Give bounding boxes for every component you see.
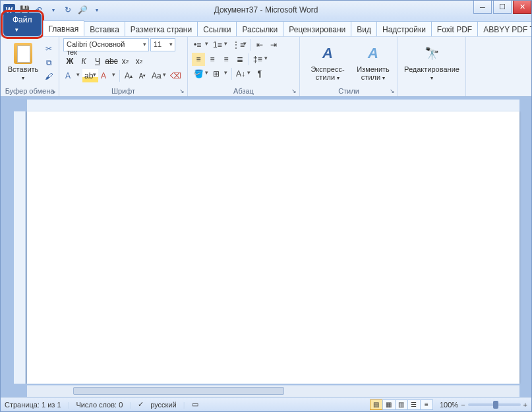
view-buttons: ▤ ▦ ▥ ☰ ≡ <box>370 399 433 410</box>
chevron-down-icon: ▾ <box>22 75 24 81</box>
bullets-button[interactable]: •≡ <box>192 38 210 51</box>
horizontal-scrollbar[interactable] <box>27 385 519 397</box>
justify-button[interactable]: ≣ <box>233 53 247 66</box>
view-web[interactable]: ▥ <box>395 399 408 410</box>
font-color-button[interactable]: A <box>99 69 117 82</box>
chevron-down-icon: ▾ <box>430 75 433 81</box>
view-print-layout[interactable]: ▤ <box>370 399 383 410</box>
window-title: Документ37 - Microsoft Word <box>214 5 318 15</box>
increase-indent-button[interactable]: ⇥ <box>267 38 280 51</box>
paste-button[interactable]: Вставить▾ <box>5 38 42 86</box>
line-spacing-button[interactable]: ‡≡ <box>251 53 270 66</box>
subscript-button[interactable]: x2 <box>119 55 132 68</box>
font-size-value: 11 <box>154 40 162 48</box>
font-name-dropdown[interactable]: Calibri (Основной тек <box>63 38 149 51</box>
decrease-indent-button[interactable]: ⇤ <box>253 38 266 51</box>
align-left-button[interactable]: ≡ <box>192 53 205 66</box>
bold-button[interactable]: Ж <box>63 55 76 68</box>
grow-font-button[interactable]: A▴ <box>122 69 135 82</box>
align-right-button[interactable]: ≡ <box>220 53 233 66</box>
titlebar: W 💾 ↶ ▾ ↻ 🔎 ▾ Документ37 - Microsoft Wor… <box>1 1 531 19</box>
shading-button[interactable]: 🪣 <box>192 67 210 80</box>
zoom-slider[interactable] <box>468 403 521 406</box>
sort-button[interactable]: A↓ <box>234 67 252 80</box>
qat-customize-icon[interactable]: ▾ <box>92 5 102 15</box>
change-styles-icon: A <box>363 43 384 64</box>
paragraph-dialog-launcher[interactable]: ↘ <box>290 87 298 95</box>
show-marks-button[interactable]: ¶ <box>253 67 266 80</box>
underline-button[interactable]: Ч <box>91 55 104 68</box>
editing-button[interactable]: 🔭 Редактирование▾ <box>402 38 461 86</box>
italic-button[interactable]: К <box>77 55 90 68</box>
tab-home[interactable]: Главная <box>43 20 85 36</box>
highlight-button[interactable]: ab <box>82 69 98 82</box>
group-font: Calibri (Основной тек 11 Ж К Ч abc x2 x2… <box>59 37 188 96</box>
view-reading[interactable]: ▦ <box>382 399 396 410</box>
group-paragraph-label: Абзац <box>192 86 295 96</box>
horizontal-ruler[interactable] <box>27 100 519 111</box>
group-styles-label: Стили <box>304 86 394 96</box>
group-styles: A Экспресс-стили ▾ A Изменить стили ▾ Ст… <box>300 37 398 96</box>
group-clipboard-label: Буфер обмена <box>5 86 55 96</box>
quick-styles-button[interactable]: A Экспресс-стили ▾ <box>304 38 351 86</box>
numbering-button[interactable]: 1≡ <box>211 38 229 51</box>
group-editing: 🔭 Редактирование▾ <box>398 37 466 96</box>
superscript-button[interactable]: x2 <box>133 55 146 68</box>
tab-file[interactable]: Файл ▾ <box>3 13 42 36</box>
document-area <box>1 97 531 397</box>
styles-dialog-launcher[interactable]: ↘ <box>388 87 396 95</box>
tab-view[interactable]: Вид <box>351 21 377 36</box>
ribbon-tabs: Файл ▾ Главная Вставка Разметка страни С… <box>1 19 531 36</box>
tab-foxit[interactable]: Foxit PDF <box>431 21 478 36</box>
zoom-level[interactable]: 100% <box>440 401 458 409</box>
clear-formatting-button[interactable]: ⌫ <box>169 69 182 82</box>
minimize-button[interactable]: ─ <box>473 1 492 14</box>
insert-mode-icon[interactable]: ▭ <box>192 400 198 409</box>
strikethrough-button[interactable]: abc <box>105 55 118 68</box>
view-draft[interactable]: ≡ <box>420 399 433 410</box>
zoom-control: 100% − + <box>440 401 527 409</box>
zoom-out-button[interactable]: − <box>461 401 465 409</box>
font-name-value: Calibri (Основной тек <box>67 40 125 56</box>
tab-abbyy[interactable]: ABBYY PDF Trans <box>477 21 532 36</box>
format-painter-icon[interactable]: 🖌 <box>43 71 55 82</box>
group-paragraph: •≡ 1≡ ⋮≡ ⇤ ⇥ ≡ ≡ ≡ ≣ ‡≡ 🪣 ⊞ <box>188 37 300 96</box>
editing-label: Редактирование <box>404 65 459 73</box>
status-word-count[interactable]: Число слов: 0 <box>76 401 123 409</box>
font-dialog-launcher[interactable]: ↘ <box>178 87 186 95</box>
cut-icon[interactable]: ✂ <box>43 43 55 55</box>
tab-mailings[interactable]: Рассылки <box>236 21 283 36</box>
multilevel-button[interactable]: ⋮≡ <box>230 38 249 51</box>
scrollbar-thumb[interactable] <box>73 387 284 395</box>
chevron-down-icon: ▾ <box>382 75 385 81</box>
tab-review[interactable]: Рецензировани <box>283 21 351 36</box>
font-size-dropdown[interactable]: 11 <box>150 38 175 51</box>
change-styles-button[interactable]: A Изменить стили ▾ <box>353 38 394 86</box>
proofing-icon[interactable]: ✓ <box>138 400 144 409</box>
change-case-button[interactable]: Aa <box>150 69 168 82</box>
clipboard-dialog-launcher[interactable]: ↘ <box>49 87 57 95</box>
maximize-button[interactable]: ☐ <box>493 1 512 14</box>
status-language[interactable]: русский <box>150 401 176 409</box>
shrink-font-button[interactable]: A▾ <box>136 69 149 82</box>
paste-label: Вставить <box>8 65 39 73</box>
zoom-slider-knob[interactable] <box>493 401 498 409</box>
text-effects-button[interactable]: A <box>63 69 82 82</box>
document-page[interactable] <box>27 111 519 384</box>
copy-icon[interactable]: ⧉ <box>43 57 55 69</box>
close-button[interactable]: ✕ <box>513 1 531 14</box>
status-page[interactable]: Страница: 1 из 1 <box>5 401 61 409</box>
tab-insert[interactable]: Вставка <box>84 21 125 36</box>
tab-addins[interactable]: Надстройки <box>376 21 432 36</box>
chevron-down-icon: ▾ <box>337 75 340 81</box>
align-center-button[interactable]: ≡ <box>206 53 219 66</box>
undo-dropdown-icon[interactable]: ▾ <box>48 5 59 15</box>
tab-layout[interactable]: Разметка страни <box>125 21 198 36</box>
find-icon[interactable]: 🔎 <box>77 5 88 15</box>
tab-references[interactable]: Ссылки <box>197 21 237 36</box>
borders-button[interactable]: ⊞ <box>211 67 229 80</box>
vertical-ruler[interactable] <box>14 111 26 384</box>
refresh-icon[interactable]: ↻ <box>63 5 73 15</box>
zoom-in-button[interactable]: + <box>523 401 527 409</box>
view-outline[interactable]: ☰ <box>407 399 421 410</box>
